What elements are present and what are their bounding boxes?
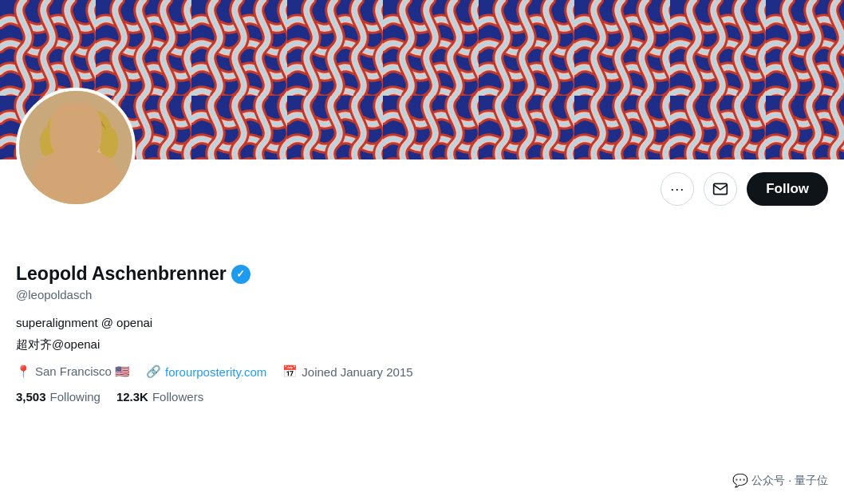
stats-row: 3,503 Following 12.3K Followers: [16, 390, 828, 404]
followers-stat[interactable]: 12.3K Followers: [116, 390, 203, 404]
bio-line-2: 超对齐@openai: [16, 336, 828, 354]
joined-text: Joined January 2015: [302, 365, 412, 379]
profile-section: ··· Follow Leopold Aschenbrenner @leopol…: [0, 159, 844, 416]
svg-point-5: [49, 120, 109, 187]
joined-meta: 📅 Joined January 2015: [282, 364, 412, 379]
following-stat[interactable]: 3,503 Following: [16, 390, 101, 404]
message-button[interactable]: [704, 172, 737, 206]
calendar-icon: 📅: [282, 364, 298, 379]
following-count: 3,503: [16, 390, 46, 404]
followers-label: Followers: [152, 390, 203, 404]
verified-badge: [231, 265, 250, 284]
watermark: 💬 公众号 · 量子位: [732, 473, 828, 488]
svg-point-12: [89, 149, 95, 156]
svg-point-7: [40, 127, 59, 159]
link-icon: 🔗: [146, 364, 161, 379]
follow-button[interactable]: Follow: [747, 172, 828, 206]
bio: superalignment @ openai 超对齐@openai: [16, 314, 828, 353]
svg-point-9: [62, 148, 72, 156]
username: @leopoldasch: [16, 288, 828, 301]
more-button[interactable]: ···: [661, 172, 694, 206]
svg-rect-4: [69, 167, 89, 191]
avatar: [16, 88, 136, 207]
website-link[interactable]: forourposterity.com: [165, 365, 266, 379]
svg-point-13: [67, 150, 70, 153]
svg-point-14: [91, 150, 94, 153]
location-text: San Francisco 🇺🇸: [35, 364, 130, 379]
svg-point-10: [86, 148, 96, 156]
bio-line-1: superalignment @ openai: [16, 314, 828, 333]
meta-row: 📍 San Francisco 🇺🇸 🔗 forourposterity.com…: [16, 364, 828, 379]
location-meta: 📍 San Francisco 🇺🇸: [16, 364, 130, 379]
profile-info: Leopold Aschenbrenner @leopoldasch super…: [16, 215, 828, 416]
action-buttons-row: ··· Follow: [16, 159, 828, 215]
following-label: Following: [50, 390, 101, 404]
website-meta[interactable]: 🔗 forourposterity.com: [146, 364, 266, 379]
svg-point-11: [65, 149, 71, 156]
display-name: Leopold Aschenbrenner: [16, 263, 227, 285]
wechat-icon: 💬: [732, 473, 748, 488]
svg-point-3: [35, 175, 123, 204]
followers-count: 12.3K: [116, 390, 148, 404]
watermark-text: 公众号 · 量子位: [751, 474, 828, 488]
display-name-row: Leopold Aschenbrenner: [16, 263, 828, 285]
location-icon: 📍: [16, 364, 31, 379]
svg-point-8: [99, 127, 118, 159]
